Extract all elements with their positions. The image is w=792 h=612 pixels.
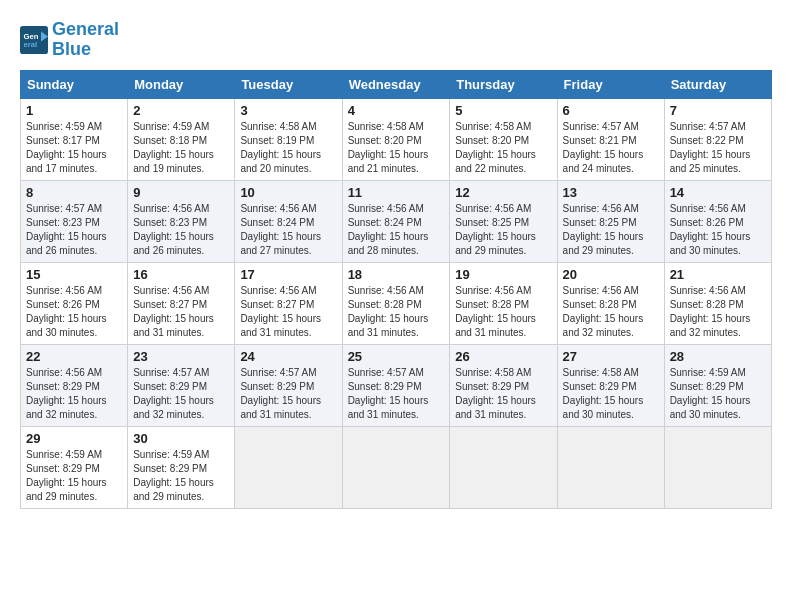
day-details: Sunrise: 4:59 AMSunset: 8:17 PMDaylight:…: [26, 121, 107, 174]
day-number: 23: [133, 349, 229, 364]
day-details: Sunrise: 4:57 AMSunset: 8:22 PMDaylight:…: [670, 121, 751, 174]
header-thursday: Thursday: [450, 70, 557, 98]
day-number: 14: [670, 185, 766, 200]
day-details: Sunrise: 4:59 AMSunset: 8:29 PMDaylight:…: [26, 449, 107, 502]
day-number: 10: [240, 185, 336, 200]
calendar-row: 8 Sunrise: 4:57 AMSunset: 8:23 PMDayligh…: [21, 180, 772, 262]
day-details: Sunrise: 4:58 AMSunset: 8:29 PMDaylight:…: [563, 367, 644, 420]
day-number: 27: [563, 349, 659, 364]
calendar-cell: 27 Sunrise: 4:58 AMSunset: 8:29 PMDaylig…: [557, 344, 664, 426]
day-details: Sunrise: 4:56 AMSunset: 8:23 PMDaylight:…: [133, 203, 214, 256]
day-details: Sunrise: 4:56 AMSunset: 8:24 PMDaylight:…: [240, 203, 321, 256]
calendar-cell: 9 Sunrise: 4:56 AMSunset: 8:23 PMDayligh…: [128, 180, 235, 262]
day-details: Sunrise: 4:56 AMSunset: 8:26 PMDaylight:…: [670, 203, 751, 256]
calendar-cell: 22 Sunrise: 4:56 AMSunset: 8:29 PMDaylig…: [21, 344, 128, 426]
calendar-cell: 19 Sunrise: 4:56 AMSunset: 8:28 PMDaylig…: [450, 262, 557, 344]
header-friday: Friday: [557, 70, 664, 98]
day-details: Sunrise: 4:59 AMSunset: 8:18 PMDaylight:…: [133, 121, 214, 174]
svg-text:eral: eral: [24, 40, 38, 49]
calendar-cell: 3 Sunrise: 4:58 AMSunset: 8:19 PMDayligh…: [235, 98, 342, 180]
page-header: Gen eral General Blue: [20, 20, 772, 60]
calendar-cell: 7 Sunrise: 4:57 AMSunset: 8:22 PMDayligh…: [664, 98, 771, 180]
day-details: Sunrise: 4:56 AMSunset: 8:25 PMDaylight:…: [563, 203, 644, 256]
calendar-cell: 4 Sunrise: 4:58 AMSunset: 8:20 PMDayligh…: [342, 98, 450, 180]
day-details: Sunrise: 4:58 AMSunset: 8:29 PMDaylight:…: [455, 367, 536, 420]
svg-text:Gen: Gen: [24, 31, 39, 40]
calendar-cell: 11 Sunrise: 4:56 AMSunset: 8:24 PMDaylig…: [342, 180, 450, 262]
logo-text: General Blue: [52, 20, 119, 60]
header-wednesday: Wednesday: [342, 70, 450, 98]
calendar-cell: [450, 426, 557, 508]
day-number: 19: [455, 267, 551, 282]
day-details: Sunrise: 4:56 AMSunset: 8:25 PMDaylight:…: [455, 203, 536, 256]
day-details: Sunrise: 4:58 AMSunset: 8:20 PMDaylight:…: [455, 121, 536, 174]
day-number: 6: [563, 103, 659, 118]
day-number: 25: [348, 349, 445, 364]
calendar-cell: 15 Sunrise: 4:56 AMSunset: 8:26 PMDaylig…: [21, 262, 128, 344]
calendar-cell: 29 Sunrise: 4:59 AMSunset: 8:29 PMDaylig…: [21, 426, 128, 508]
calendar-body: 1 Sunrise: 4:59 AMSunset: 8:17 PMDayligh…: [21, 98, 772, 508]
logo-icon: Gen eral: [20, 26, 48, 54]
day-number: 28: [670, 349, 766, 364]
calendar-cell: 2 Sunrise: 4:59 AMSunset: 8:18 PMDayligh…: [128, 98, 235, 180]
calendar-cell: 1 Sunrise: 4:59 AMSunset: 8:17 PMDayligh…: [21, 98, 128, 180]
day-number: 16: [133, 267, 229, 282]
header-saturday: Saturday: [664, 70, 771, 98]
day-details: Sunrise: 4:56 AMSunset: 8:29 PMDaylight:…: [26, 367, 107, 420]
calendar-cell: [557, 426, 664, 508]
header-tuesday: Tuesday: [235, 70, 342, 98]
day-number: 12: [455, 185, 551, 200]
day-details: Sunrise: 4:59 AMSunset: 8:29 PMDaylight:…: [133, 449, 214, 502]
calendar-cell: 6 Sunrise: 4:57 AMSunset: 8:21 PMDayligh…: [557, 98, 664, 180]
day-details: Sunrise: 4:59 AMSunset: 8:29 PMDaylight:…: [670, 367, 751, 420]
logo: Gen eral General Blue: [20, 20, 119, 60]
calendar-row: 15 Sunrise: 4:56 AMSunset: 8:26 PMDaylig…: [21, 262, 772, 344]
header-sunday: Sunday: [21, 70, 128, 98]
calendar-cell: [342, 426, 450, 508]
day-number: 8: [26, 185, 122, 200]
calendar-cell: 12 Sunrise: 4:56 AMSunset: 8:25 PMDaylig…: [450, 180, 557, 262]
day-details: Sunrise: 4:57 AMSunset: 8:29 PMDaylight:…: [133, 367, 214, 420]
calendar-cell: 26 Sunrise: 4:58 AMSunset: 8:29 PMDaylig…: [450, 344, 557, 426]
calendar-header: Sunday Monday Tuesday Wednesday Thursday…: [21, 70, 772, 98]
calendar-cell: 17 Sunrise: 4:56 AMSunset: 8:27 PMDaylig…: [235, 262, 342, 344]
calendar-cell: [235, 426, 342, 508]
day-number: 21: [670, 267, 766, 282]
calendar-row: 29 Sunrise: 4:59 AMSunset: 8:29 PMDaylig…: [21, 426, 772, 508]
calendar-cell: 5 Sunrise: 4:58 AMSunset: 8:20 PMDayligh…: [450, 98, 557, 180]
calendar-cell: 23 Sunrise: 4:57 AMSunset: 8:29 PMDaylig…: [128, 344, 235, 426]
day-number: 2: [133, 103, 229, 118]
day-number: 15: [26, 267, 122, 282]
calendar-cell: 28 Sunrise: 4:59 AMSunset: 8:29 PMDaylig…: [664, 344, 771, 426]
day-details: Sunrise: 4:56 AMSunset: 8:27 PMDaylight:…: [240, 285, 321, 338]
day-details: Sunrise: 4:57 AMSunset: 8:21 PMDaylight:…: [563, 121, 644, 174]
day-number: 5: [455, 103, 551, 118]
day-number: 29: [26, 431, 122, 446]
calendar-cell: 8 Sunrise: 4:57 AMSunset: 8:23 PMDayligh…: [21, 180, 128, 262]
calendar-cell: [664, 426, 771, 508]
calendar-row: 22 Sunrise: 4:56 AMSunset: 8:29 PMDaylig…: [21, 344, 772, 426]
day-details: Sunrise: 4:56 AMSunset: 8:28 PMDaylight:…: [670, 285, 751, 338]
calendar-cell: 14 Sunrise: 4:56 AMSunset: 8:26 PMDaylig…: [664, 180, 771, 262]
calendar-cell: 24 Sunrise: 4:57 AMSunset: 8:29 PMDaylig…: [235, 344, 342, 426]
calendar-cell: 18 Sunrise: 4:56 AMSunset: 8:28 PMDaylig…: [342, 262, 450, 344]
calendar-cell: 30 Sunrise: 4:59 AMSunset: 8:29 PMDaylig…: [128, 426, 235, 508]
day-details: Sunrise: 4:58 AMSunset: 8:20 PMDaylight:…: [348, 121, 429, 174]
day-number: 26: [455, 349, 551, 364]
calendar-row: 1 Sunrise: 4:59 AMSunset: 8:17 PMDayligh…: [21, 98, 772, 180]
calendar-cell: 25 Sunrise: 4:57 AMSunset: 8:29 PMDaylig…: [342, 344, 450, 426]
day-number: 7: [670, 103, 766, 118]
day-number: 24: [240, 349, 336, 364]
day-number: 20: [563, 267, 659, 282]
day-number: 13: [563, 185, 659, 200]
day-details: Sunrise: 4:56 AMSunset: 8:24 PMDaylight:…: [348, 203, 429, 256]
day-details: Sunrise: 4:56 AMSunset: 8:28 PMDaylight:…: [348, 285, 429, 338]
day-number: 9: [133, 185, 229, 200]
day-details: Sunrise: 4:57 AMSunset: 8:29 PMDaylight:…: [348, 367, 429, 420]
day-details: Sunrise: 4:56 AMSunset: 8:28 PMDaylight:…: [455, 285, 536, 338]
day-number: 22: [26, 349, 122, 364]
header-row: Sunday Monday Tuesday Wednesday Thursday…: [21, 70, 772, 98]
header-monday: Monday: [128, 70, 235, 98]
day-details: Sunrise: 4:58 AMSunset: 8:19 PMDaylight:…: [240, 121, 321, 174]
day-details: Sunrise: 4:57 AMSunset: 8:23 PMDaylight:…: [26, 203, 107, 256]
